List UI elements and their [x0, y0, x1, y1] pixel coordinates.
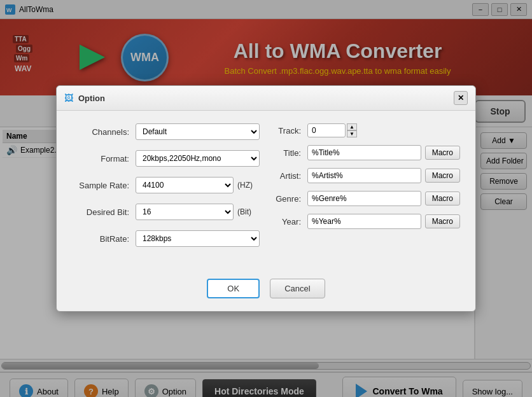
- desired-bit-row: Desired Bit: 16 8 24 (Bit): [72, 204, 260, 220]
- dialog-title-bar: 🖼 Option ✕: [57, 86, 475, 111]
- spinner-buttons: ▲ ▼: [347, 123, 357, 137]
- desired-bit-select[interactable]: 16 8 24: [136, 204, 234, 220]
- dialog-footer: OK Cancel: [57, 270, 475, 311]
- dialog-body: Channels: Default Mono Stereo Format:: [57, 111, 475, 270]
- dialog-right-column: Track: ▲ ▼ Title: Macro: [272, 123, 460, 257]
- dialog-close-button[interactable]: ✕: [454, 91, 468, 105]
- title-tag-input[interactable]: [307, 145, 421, 160]
- genre-macro-button[interactable]: Macro: [425, 192, 460, 205]
- format-input-wrap: 20kbps,22050Hz,mono 32kbps,44100Hz,stere…: [136, 150, 260, 167]
- modal-overlay: 🖼 Option ✕ Channels: Default Mono Stereo: [0, 0, 532, 397]
- format-label: Format:: [72, 154, 136, 164]
- spin-down-button[interactable]: ▼: [347, 130, 357, 137]
- artist-input[interactable]: [307, 168, 421, 183]
- title-tag-label: Title:: [272, 148, 307, 158]
- desired-bit-unit: (Bit): [237, 207, 260, 216]
- title-macro-button[interactable]: Macro: [425, 146, 460, 160]
- artist-label: Artist:: [272, 171, 307, 181]
- bitrate-row: BitRate: 128kbps 64kbps 32kbps 256kbps: [72, 230, 260, 247]
- cancel-button[interactable]: Cancel: [270, 279, 325, 298]
- sample-rate-input-wrap: 44100 22050 48000: [136, 177, 234, 193]
- track-row: Track: ▲ ▼: [272, 123, 460, 137]
- sample-rate-select[interactable]: 44100 22050 48000: [136, 177, 234, 193]
- track-label: Track:: [272, 126, 307, 136]
- channels-row: Channels: Default Mono Stereo: [72, 123, 260, 140]
- format-select[interactable]: 20kbps,22050Hz,mono 32kbps,44100Hz,stere…: [136, 150, 260, 167]
- year-label: Year:: [272, 217, 307, 226]
- bitrate-input-wrap: 128kbps 64kbps 32kbps 256kbps: [136, 230, 260, 247]
- bitrate-label: BitRate:: [72, 234, 136, 244]
- year-input[interactable]: [307, 214, 421, 229]
- dialog-left-column: Channels: Default Mono Stereo Format:: [72, 123, 260, 257]
- ok-button[interactable]: OK: [207, 279, 260, 298]
- format-row: Format: 20kbps,22050Hz,mono 32kbps,44100…: [72, 150, 260, 167]
- artist-macro-button[interactable]: Macro: [425, 169, 460, 183]
- channels-input-wrap: Default Mono Stereo: [136, 123, 260, 140]
- sample-rate-unit: (HZ): [237, 181, 260, 190]
- genre-row: Genre: Macro: [272, 191, 460, 206]
- channels-select[interactable]: Default Mono Stereo: [136, 123, 260, 140]
- year-macro-button[interactable]: Macro: [425, 214, 460, 228]
- spin-up-button[interactable]: ▲: [347, 123, 357, 130]
- desired-bit-input-wrap: 16 8 24: [136, 204, 234, 220]
- desired-bit-label: Desired Bit:: [72, 207, 136, 217]
- sample-rate-label: Sample Rate:: [72, 181, 136, 190]
- sample-rate-row: Sample Rate: 44100 22050 48000 (HZ): [72, 177, 260, 193]
- title-tag-row: Title: Macro: [272, 145, 460, 160]
- year-row: Year: Macro: [272, 214, 460, 229]
- dialog-icon: 🖼: [64, 93, 73, 103]
- track-input[interactable]: [307, 123, 346, 137]
- genre-label: Genre:: [272, 194, 307, 204]
- channels-label: Channels:: [72, 127, 136, 137]
- artist-row: Artist: Macro: [272, 168, 460, 183]
- bitrate-select[interactable]: 128kbps 64kbps 32kbps 256kbps: [136, 230, 260, 247]
- dialog-columns: Channels: Default Mono Stereo Format:: [72, 123, 460, 257]
- genre-input[interactable]: [307, 191, 421, 206]
- dialog-title: Option: [78, 94, 454, 103]
- track-spinner: ▲ ▼: [307, 123, 357, 137]
- option-dialog: 🖼 Option ✕ Channels: Default Mono Stereo: [56, 85, 476, 312]
